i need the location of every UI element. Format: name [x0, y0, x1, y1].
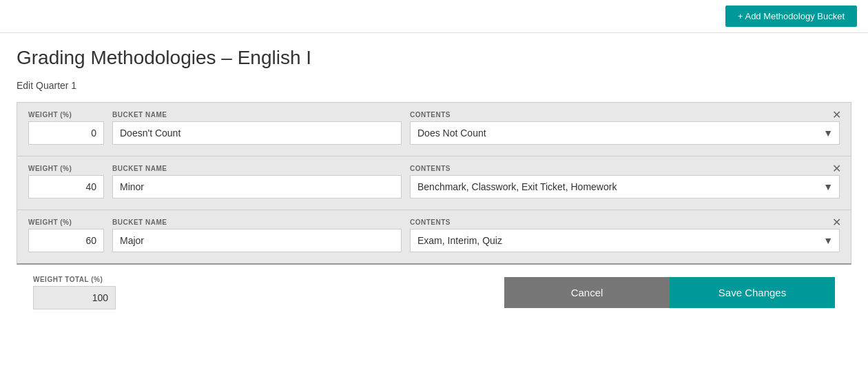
contents-label-2: CONTENTS	[410, 165, 840, 172]
main-content: Grading Methodologies – English I Edit Q…	[0, 33, 868, 320]
bucket-3-fields: WEIGHT (%) BUCKET NAME CONTENTS Exam, In…	[28, 218, 840, 252]
bucket-row: ✕ WEIGHT (%) BUCKET NAME CONTENTS Exam, …	[17, 210, 851, 263]
contents-group-1: CONTENTS Does Not Count Benchmark, Class…	[410, 111, 840, 145]
weight-input-3[interactable]	[28, 229, 104, 252]
weight-total-group: WEIGHT TOTAL (%)	[33, 276, 116, 309]
bucket-name-group-1: BUCKET NAME	[112, 111, 402, 145]
bucket-name-label-3: BUCKET NAME	[112, 218, 402, 226]
weight-label-3: WEIGHT (%)	[28, 218, 104, 226]
weight-group-1: WEIGHT (%)	[28, 111, 104, 145]
bucket-name-input-2[interactable]	[112, 175, 402, 198]
bucket-name-input-3[interactable]	[112, 229, 402, 252]
add-bucket-button[interactable]: + Add Methodology Bucket	[725, 6, 857, 27]
bucket-name-label-2: BUCKET NAME	[112, 165, 402, 172]
buckets-container: ✕ WEIGHT (%) BUCKET NAME CONTENTS Does N…	[17, 102, 851, 265]
page-title: Grading Methodologies – English I	[17, 47, 851, 69]
contents-group-3: CONTENTS Exam, Interim, Quiz Does Not Co…	[410, 218, 840, 252]
weight-group-3: WEIGHT (%)	[28, 218, 104, 252]
weight-label-1: WEIGHT (%)	[28, 111, 104, 119]
bucket-row: ✕ WEIGHT (%) BUCKET NAME CONTENTS Does N…	[17, 103, 851, 156]
contents-select-wrapper-3: Exam, Interim, Quiz Does Not Count Bench…	[410, 229, 840, 252]
save-changes-button[interactable]: Save Changes	[670, 277, 835, 308]
section-label: Edit Quarter 1	[17, 80, 851, 91]
contents-select-3[interactable]: Exam, Interim, Quiz Does Not Count Bench…	[410, 229, 840, 252]
contents-group-2: CONTENTS Benchmark, Classwork, Exit Tick…	[410, 165, 840, 198]
bucket-2-fields: WEIGHT (%) BUCKET NAME CONTENTS Benchmar…	[28, 165, 840, 198]
bucket-row: ✕ WEIGHT (%) BUCKET NAME CONTENTS Benchm…	[17, 156, 851, 210]
cancel-button[interactable]: Cancel	[504, 277, 670, 308]
contents-select-2[interactable]: Benchmark, Classwork, Exit Ticket, Homew…	[410, 175, 840, 198]
bucket-name-group-2: BUCKET NAME	[112, 165, 402, 198]
contents-select-wrapper-2: Benchmark, Classwork, Exit Ticket, Homew…	[410, 175, 840, 198]
weight-input-1[interactable]	[28, 121, 104, 145]
bucket-name-label-1: BUCKET NAME	[112, 111, 402, 119]
weight-input-2[interactable]	[28, 175, 104, 198]
contents-label-3: CONTENTS	[410, 218, 840, 226]
bucket-1-fields: WEIGHT (%) BUCKET NAME CONTENTS Does Not…	[28, 111, 840, 145]
contents-select-wrapper-1: Does Not Count Benchmark, Classwork, Exi…	[410, 121, 840, 145]
weight-group-2: WEIGHT (%)	[28, 165, 104, 198]
bucket-name-input-1[interactable]	[112, 121, 402, 145]
contents-select-1[interactable]: Does Not Count Benchmark, Classwork, Exi…	[410, 121, 840, 145]
top-bar: + Add Methodology Bucket	[0, 0, 868, 33]
bucket-name-group-3: BUCKET NAME	[112, 218, 402, 252]
weight-label-2: WEIGHT (%)	[28, 165, 104, 172]
contents-label-1: CONTENTS	[410, 111, 840, 119]
bottom-section: WEIGHT TOTAL (%) Cancel Save Changes	[17, 265, 851, 320]
weight-total-label: WEIGHT TOTAL (%)	[33, 276, 116, 283]
weight-total-input	[33, 286, 116, 309]
action-buttons: Cancel Save Changes	[504, 277, 835, 308]
